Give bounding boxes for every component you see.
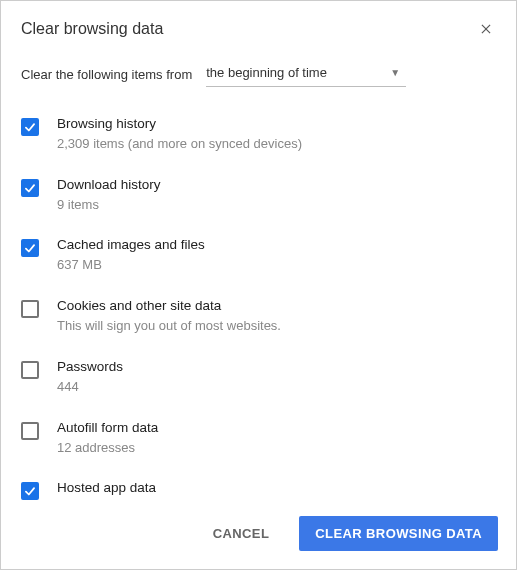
list-item: Browsing history2,309 items (and more on… [21,105,496,166]
dialog-header: Clear browsing data [1,1,516,43]
item-title: Download history [57,176,496,195]
close-button[interactable] [476,19,496,39]
item-title: Hosted app data [57,479,496,498]
clear-browsing-data-dialog: Clear browsing data Clear the following … [0,0,517,570]
time-range-label: Clear the following items from [21,67,192,82]
item-title: Cookies and other site data [57,297,496,316]
checkbox[interactable] [21,422,39,440]
list-item: Hosted app data10 apps (Cloud Print, Gma… [21,469,496,502]
item-title: Browsing history [57,115,496,134]
item-texts: Cached images and files637 MB [57,236,496,275]
dialog-title: Clear browsing data [21,20,163,38]
checkbox[interactable] [21,300,39,318]
item-texts: Passwords444 [57,358,496,397]
checkbox[interactable] [21,239,39,257]
item-subtitle: 637 MB [57,256,496,275]
check-icon [23,484,37,498]
checkbox[interactable] [21,361,39,379]
check-icon [23,241,37,255]
item-texts: Browsing history2,309 items (and more on… [57,115,496,154]
list-item: Cookies and other site dataThis will sig… [21,287,496,348]
cancel-button[interactable]: Cancel [197,516,286,551]
list-item: Passwords444 [21,348,496,409]
data-type-list: Browsing history2,309 items (and more on… [1,95,516,502]
item-subtitle: 2,309 items (and more on synced devices) [57,135,496,154]
item-texts: Download history9 items [57,176,496,215]
chevron-down-icon: ▼ [390,67,400,78]
item-title: Cached images and files [57,236,496,255]
checkbox[interactable] [21,179,39,197]
check-icon [23,181,37,195]
list-item: Download history9 items [21,166,496,227]
clear-data-button[interactable]: Clear browsing data [299,516,498,551]
item-subtitle: 9 items [57,196,496,215]
checkbox[interactable] [21,118,39,136]
item-subtitle: 444 [57,378,496,397]
dialog-footer: Cancel Clear browsing data [1,502,516,569]
item-title: Passwords [57,358,496,377]
list-item: Cached images and files637 MB [21,226,496,287]
item-subtitle: 12 addresses [57,439,496,458]
item-texts: Hosted app data10 apps (Cloud Print, Gma… [57,479,496,502]
item-texts: Autofill form data12 addresses [57,419,496,458]
item-title: Autofill form data [57,419,496,438]
item-texts: Cookies and other site dataThis will sig… [57,297,496,336]
time-range-select[interactable]: the beginning of time ▼ [206,61,406,87]
list-item: Autofill form data12 addresses [21,409,496,470]
item-subtitle: This will sign you out of most websites. [57,317,496,336]
time-range-row: Clear the following items from the begin… [1,43,516,95]
time-range-value: the beginning of time [206,65,327,80]
check-icon [23,120,37,134]
checkbox[interactable] [21,482,39,500]
close-icon [479,22,493,36]
